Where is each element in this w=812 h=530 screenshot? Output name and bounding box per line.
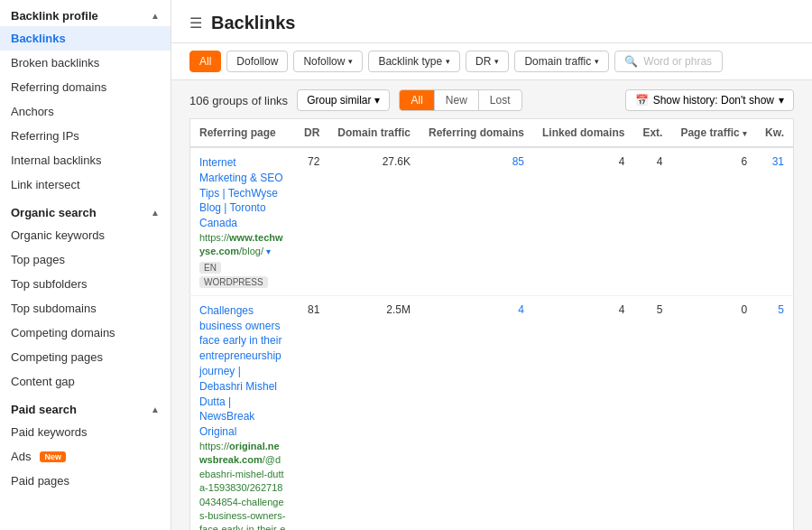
calendar-icon: 📅 bbox=[635, 94, 649, 107]
group-similar-caret-icon: ▾ bbox=[374, 94, 380, 107]
tab-lost[interactable]: Lost bbox=[479, 90, 521, 110]
table-area: 106 groups of links Group similar ▾ All … bbox=[171, 80, 812, 530]
col-kw: Kw. bbox=[756, 119, 793, 148]
chevron-up-icon: ▲ bbox=[151, 11, 160, 21]
row1-domain-traffic: 27.6K bbox=[328, 147, 420, 295]
sidebar-item-broken-backlinks[interactable]: Broken backlinks bbox=[0, 51, 171, 75]
filter-domain-traffic-button[interactable]: Domain traffic ▾ bbox=[514, 51, 609, 72]
col-linked-domains: Linked domains bbox=[533, 119, 633, 148]
sidebar-section-organic[interactable]: Organic search ▲ bbox=[0, 197, 171, 223]
domain-traffic-caret-icon: ▾ bbox=[595, 57, 599, 66]
col-domain-traffic[interactable]: Domain traffic bbox=[328, 119, 420, 148]
sidebar-item-content-gap[interactable]: Content gap bbox=[0, 369, 171, 394]
col-ext: Ext. bbox=[633, 119, 671, 148]
dr-caret-icon: ▾ bbox=[494, 57, 499, 66]
referring-page-cell-2: Challenges business owners face early in… bbox=[190, 295, 295, 530]
filter-bar: All Dofollow Nofollow ▾ Backlink type ▾ … bbox=[171, 43, 812, 80]
row2-url-prefix: https:// bbox=[199, 441, 229, 451]
group-similar-button[interactable]: Group similar ▾ bbox=[297, 89, 390, 111]
filter-dofollow-button[interactable]: Dofollow bbox=[226, 51, 288, 72]
tab-all[interactable]: All bbox=[400, 90, 434, 110]
group-bar: 106 groups of links Group similar ▾ All … bbox=[189, 80, 794, 118]
chevron-up-icon-3: ▲ bbox=[151, 404, 160, 414]
sidebar-item-ads[interactable]: Ads New bbox=[0, 444, 171, 469]
show-history-button[interactable]: 📅 Show history: Don't show ▾ bbox=[625, 89, 794, 111]
history-caret-icon: ▾ bbox=[779, 94, 784, 107]
col-referring-page: Referring page bbox=[190, 119, 295, 148]
sidebar-section-backlink-label: Backlink profile bbox=[11, 9, 98, 23]
sidebar-section-paid-label: Paid search bbox=[11, 403, 77, 416]
sidebar-item-organic-keywords[interactable]: Organic keywords bbox=[0, 223, 171, 247]
sidebar-item-competing-pages[interactable]: Competing pages bbox=[0, 345, 171, 369]
table-row: Internet Marketing & SEO Tips | TechWyse… bbox=[190, 147, 794, 295]
search-placeholder: Word or phras bbox=[643, 55, 712, 68]
row1-page-traffic: 6 bbox=[671, 147, 756, 295]
col-dr[interactable]: DR bbox=[295, 119, 328, 148]
row1-referring-domains[interactable]: 85 bbox=[420, 147, 533, 295]
row1-url-chevron-icon[interactable]: ▾ bbox=[266, 246, 271, 256]
sidebar-item-top-subdomains[interactable]: Top subdomains bbox=[0, 296, 171, 321]
backlinks-table: Referring page DR Domain traffic Referri… bbox=[189, 118, 794, 530]
page-title: Backlinks bbox=[211, 13, 295, 33]
sidebar-item-paid-pages[interactable]: Paid pages bbox=[0, 469, 171, 493]
sidebar: Backlink profile ▲ Backlinks Broken back… bbox=[0, 0, 171, 530]
row2-page-traffic: 0 bbox=[671, 295, 756, 530]
row1-page-title[interactable]: Internet Marketing & SEO Tips | TechWyse… bbox=[199, 155, 286, 231]
group-count: 106 groups of links bbox=[189, 94, 288, 107]
sidebar-item-referring-ips[interactable]: Referring IPs bbox=[0, 124, 171, 148]
filter-dr-button[interactable]: DR ▾ bbox=[466, 51, 509, 72]
row2-ext: 5 bbox=[633, 295, 671, 530]
sidebar-item-anchors[interactable]: Anchors bbox=[0, 99, 171, 124]
col-page-traffic[interactable]: Page traffic ▾ bbox=[671, 119, 756, 148]
backlink-type-caret-icon: ▾ bbox=[446, 57, 450, 66]
sidebar-item-top-subfolders[interactable]: Top subfolders bbox=[0, 272, 171, 296]
hamburger-icon[interactable]: ☰ bbox=[189, 14, 202, 32]
row1-page-url: https://www.techwyse.com/blog/ ▾ bbox=[199, 231, 286, 259]
sidebar-item-paid-keywords[interactable]: Paid keywords bbox=[0, 420, 171, 444]
row2-domain-traffic: 2.5M bbox=[328, 295, 420, 530]
row2-kw: 5 bbox=[756, 295, 793, 530]
nofollow-caret-icon: ▾ bbox=[348, 57, 353, 66]
row2-page-title[interactable]: Challenges business owners face early in… bbox=[199, 303, 286, 440]
row1-url-prefix: https:// bbox=[199, 232, 229, 243]
tab-group: All New Lost bbox=[399, 89, 521, 111]
row1-ext: 4 bbox=[633, 147, 671, 295]
row1-dr: 72 bbox=[295, 147, 328, 295]
row2-linked-domains: 4 bbox=[533, 295, 633, 530]
sidebar-item-internal-backlinks[interactable]: Internal backlinks bbox=[0, 148, 171, 172]
search-box[interactable]: 🔍 Word or phras bbox=[614, 51, 723, 72]
row2-dr: 81 bbox=[295, 295, 328, 530]
tab-new[interactable]: New bbox=[435, 90, 479, 110]
filter-all-button[interactable]: All bbox=[189, 51, 221, 72]
sidebar-section-paid[interactable]: Paid search ▲ bbox=[0, 394, 171, 420]
main-content: ☰ Backlinks All Dofollow Nofollow ▾ Back… bbox=[171, 0, 812, 530]
row1-url-suffix: /blog/ bbox=[239, 246, 263, 256]
sidebar-item-competing-domains[interactable]: Competing domains bbox=[0, 321, 171, 345]
sidebar-item-backlinks[interactable]: Backlinks bbox=[0, 26, 171, 51]
row2-referring-domains[interactable]: 4 bbox=[420, 295, 533, 530]
search-icon: 🔍 bbox=[624, 55, 638, 68]
chevron-up-icon-2: ▲ bbox=[151, 208, 160, 218]
main-header: ☰ Backlinks bbox=[171, 0, 812, 43]
table-row: Challenges business owners face early in… bbox=[190, 295, 794, 530]
referring-page-cell-1: Internet Marketing & SEO Tips | TechWyse… bbox=[190, 147, 295, 295]
sidebar-item-link-intersect[interactable]: Link intersect bbox=[0, 172, 171, 197]
row1-tags: EN WORDPRESS bbox=[199, 259, 286, 288]
sidebar-section-backlink[interactable]: Backlink profile ▲ bbox=[0, 0, 171, 26]
row1-tag-wordpress: WORDPRESS bbox=[199, 276, 268, 288]
row2-page-url: https://original.newsbreak.com/@debashri… bbox=[199, 440, 286, 530]
page-traffic-sort-icon: ▾ bbox=[743, 129, 747, 138]
sidebar-section-organic-label: Organic search bbox=[11, 206, 97, 219]
row1-tag-en: EN bbox=[199, 262, 221, 274]
row1-kw: 31 bbox=[756, 147, 793, 295]
row2-url-suffix: /@debashri-mishel-dutta-1593830/26271804… bbox=[199, 454, 285, 530]
col-referring-domains: Referring domains bbox=[420, 119, 533, 148]
filter-nofollow-button[interactable]: Nofollow ▾ bbox=[293, 51, 363, 72]
sidebar-item-top-pages[interactable]: Top pages bbox=[0, 247, 171, 272]
row1-linked-domains: 4 bbox=[533, 147, 633, 295]
ads-new-badge: New bbox=[40, 451, 66, 462]
sidebar-item-backlinks-label: Backlinks bbox=[11, 32, 66, 45]
filter-backlink-type-button[interactable]: Backlink type ▾ bbox=[368, 51, 460, 72]
sidebar-item-referring-domains[interactable]: Referring domains bbox=[0, 75, 171, 99]
